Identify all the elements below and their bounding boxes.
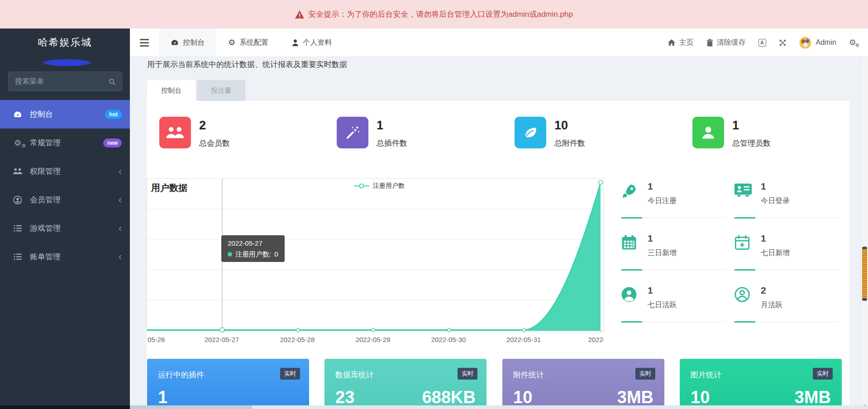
quick-stat-value: 1	[648, 181, 653, 192]
list-icon	[13, 225, 23, 232]
chevron-left-icon: ‹	[119, 195, 122, 205]
sidebar-item-label: 游戏管理	[30, 223, 61, 233]
hot-badge: hot	[105, 110, 122, 119]
quick-stat-label: 七日活跃	[648, 300, 677, 310]
stat-label: 总附件数	[554, 138, 585, 148]
warning-icon	[295, 10, 304, 19]
menu-search-input[interactable]	[15, 77, 109, 86]
navbar-tab-dashboard[interactable]: 控制台	[159, 29, 216, 57]
top-navbar: 控制台 ⚙ 系统配置 个人资料 主页 清除缓存 A Admin ⚙	[130, 29, 868, 57]
legend-label: 注册用户数	[373, 182, 405, 190]
settings-gears-icon[interactable]: ⚙	[849, 38, 856, 47]
sidebar: 哈希娱乐城 控制台 hot ⚙ 常规管理 new 权限管理 ‹ 会员管理 ‹ 游…	[0, 29, 130, 409]
fullscreen-icon[interactable]	[779, 39, 787, 47]
horizontal-scrollbar[interactable]	[0, 405, 868, 409]
card-value: 23	[335, 388, 354, 407]
stat-value: 1	[732, 119, 771, 132]
navbar-tab-label: 个人资料	[303, 38, 332, 48]
calendar-icon	[621, 235, 637, 250]
sidebar-item-label: 常规管理	[30, 138, 61, 148]
navbar-tab-label: 系统配置	[239, 38, 268, 48]
navbar-tab-settings[interactable]: ⚙ 系统配置	[216, 29, 280, 57]
search-icon[interactable]	[109, 78, 115, 86]
stat-total-admins: 1 总管理员数	[692, 117, 771, 148]
content-tabs: 控制台 投注量	[147, 80, 245, 101]
card-attachment-stats: 附件统计 实时 10 3MB	[502, 359, 664, 409]
user-circle-icon	[13, 195, 23, 204]
chart-plot-area	[147, 178, 604, 331]
hscrollbar-thumb[interactable]	[130, 405, 252, 409]
quick-stat-today-registered: 1 今日注册	[621, 181, 725, 226]
quick-stat-label: 七日新增	[761, 248, 790, 258]
navbar-right: 主页 清除缓存 A Admin ⚙	[668, 29, 868, 57]
card-value: 10	[691, 388, 710, 407]
chart-canvas	[147, 179, 604, 334]
magic-wand-icon	[337, 117, 368, 148]
app-title: 哈希娱乐城	[0, 29, 130, 49]
dashboard-panel: 2 总会员数 1 总插件数 10 总附件数 1 总管理员数	[147, 101, 849, 409]
card-title: 附件统计	[513, 370, 544, 380]
quick-stat-value: 1	[648, 285, 653, 296]
x-axis-label: 2022-05-27	[201, 336, 242, 343]
quick-stat-label: 今日注册	[648, 196, 677, 206]
tab-bet-volume[interactable]: 投注量	[197, 80, 245, 101]
series-line	[147, 182, 601, 330]
stat-total-members: 2 总会员数	[159, 117, 230, 148]
gear-icon: ⚙	[228, 38, 235, 48]
stat-value: 2	[199, 119, 230, 132]
stat-total-attachments: 10 总附件数	[515, 117, 585, 148]
tooltip-series-label: 注册用户数:	[235, 251, 271, 257]
home-link[interactable]: 主页	[668, 38, 694, 48]
home-icon	[668, 39, 676, 46]
avatar	[799, 37, 811, 49]
card-size-value: 688KB	[422, 388, 476, 407]
sidebar-toggle-button[interactable]	[130, 29, 159, 57]
sidebar-item-permissions[interactable]: 权限管理 ‹	[0, 157, 130, 185]
quick-stat-value: 1	[761, 233, 766, 244]
sidebar-menu: 控制台 hot ⚙ 常规管理 new 权限管理 ‹ 会员管理 ‹ 游戏管理 ‹ …	[0, 100, 130, 271]
user-data-chart[interactable]: 用户数据 注册用户数 2022-05-27 注册用户数: 0 05-26 202…	[147, 178, 604, 348]
card-title: 数据库统计	[335, 370, 374, 380]
calendar-plus-icon	[734, 235, 750, 250]
stat-value: 10	[554, 119, 585, 132]
chart-legend[interactable]: 注册用户数	[354, 182, 405, 190]
card-size-value: 3MB	[617, 388, 653, 407]
clear-cache-link[interactable]: 清除缓存	[706, 38, 746, 48]
user-circle-outline-icon	[734, 287, 750, 302]
stat-total-plugins: 1 总插件数	[337, 117, 407, 148]
card-size-value: 3MB	[795, 388, 831, 407]
gears-icon: ⚙	[13, 139, 23, 147]
language-icon[interactable]: A	[758, 39, 766, 47]
tachometer-icon	[171, 38, 179, 47]
sidebar-item-bills[interactable]: 账单管理 ‹	[0, 243, 130, 271]
x-axis-label: 2022-05-29	[353, 336, 393, 343]
sidebar-item-dashboard[interactable]: 控制台 hot	[0, 100, 130, 128]
quick-stat-value: 1	[761, 181, 766, 192]
card-title: 运行中的插件	[158, 370, 204, 380]
users-icon	[159, 117, 191, 148]
vertical-scrollbar[interactable]: ▼	[861, 57, 868, 409]
tooltip-series-value: 0	[274, 251, 278, 257]
chevron-left-icon: ‹	[119, 224, 122, 233]
tooltip-date: 2022-05-27	[228, 240, 278, 247]
sidebar-item-members[interactable]: 会员管理 ‹	[0, 185, 130, 214]
tab-dashboard[interactable]: 控制台	[147, 80, 196, 101]
legend-marker-icon	[354, 183, 369, 189]
quick-stat-label: 月活跃	[761, 300, 782, 310]
card-title: 图片统计	[691, 370, 721, 380]
quick-stat-3day-new: 1 三日新增	[621, 233, 725, 278]
card-image-stats: 图片统计 实时 10 3MB	[680, 359, 842, 409]
banner-text: 安全提示：为了你的后台安全，请勿将后台管理入口设置为admin或admin.ph…	[308, 9, 573, 19]
navbar-tab-profile[interactable]: 个人资料	[280, 29, 343, 57]
stat-value: 1	[377, 119, 407, 132]
id-card-icon	[734, 183, 752, 197]
rocket-icon	[621, 183, 638, 199]
scrollbar-thumb[interactable]	[862, 247, 867, 301]
home-label: 主页	[679, 38, 694, 48]
sidebar-item-games[interactable]: 游戏管理 ‹	[0, 214, 130, 243]
series-dot-icon	[228, 252, 232, 257]
sidebar-item-general[interactable]: ⚙ 常规管理 new	[0, 128, 130, 157]
card-value: 1	[158, 388, 167, 407]
chart-tooltip: 2022-05-27 注册用户数: 0	[221, 235, 285, 262]
user-menu[interactable]: Admin	[799, 37, 836, 49]
